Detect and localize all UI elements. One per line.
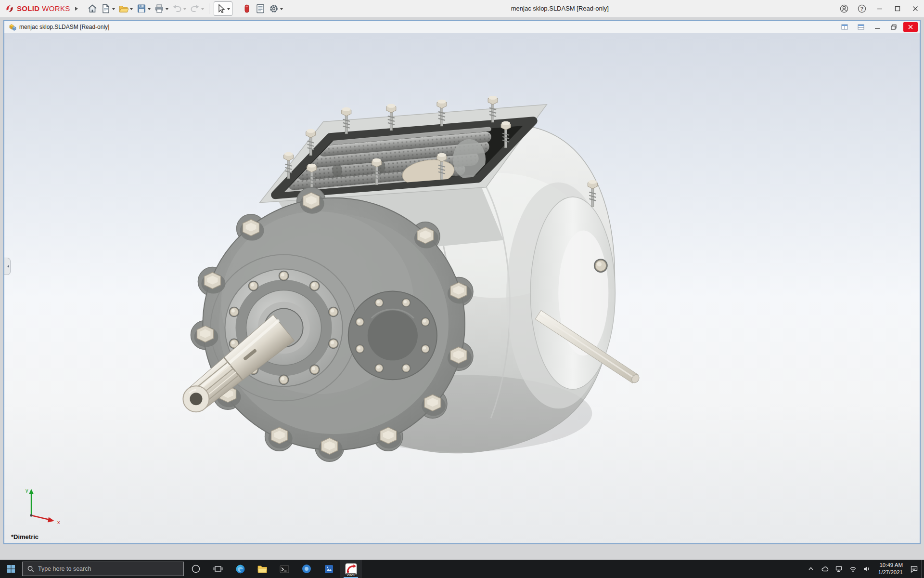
document-title: menjac sklop.SLDASM [Read-only] <box>19 24 834 30</box>
dassault-systemes-icon <box>5 4 14 13</box>
open-dropdown-caret[interactable] <box>130 8 133 12</box>
rebuild-status-button[interactable] <box>241 2 253 15</box>
app-title: menjac sklop.SLDASM [Read-only] <box>285 5 835 12</box>
photos-app-icon <box>324 565 334 574</box>
terminal-button[interactable] <box>273 560 295 578</box>
document-title-bar[interactable]: menjac sklop.SLDASM [Read-only] <box>4 21 920 33</box>
file-properties-icon <box>255 3 266 14</box>
featuremanager-collapsed-tab[interactable] <box>4 258 11 275</box>
account-icon <box>840 4 848 13</box>
select-dropdown-caret[interactable] <box>227 8 230 12</box>
volume-button[interactable] <box>860 560 874 578</box>
photos-app-button[interactable] <box>318 560 340 578</box>
options-dropdown-caret[interactable] <box>280 8 283 12</box>
app-title-bar: SOLIDWORKS <box>0 0 924 17</box>
wifi-icon <box>849 565 857 573</box>
solidworks-logo: SOLIDWORKS <box>5 4 70 13</box>
select-tool-button[interactable] <box>214 1 232 16</box>
document-window: menjac sklop.SLDASM [Read-only] <box>3 20 921 544</box>
graphics-viewport[interactable]: y x *Dimetric <box>4 33 920 543</box>
file-explorer-icon <box>257 565 268 573</box>
mdi-area: menjac sklop.SLDASM [Read-only] <box>0 17 924 560</box>
redo-dropdown-caret[interactable] <box>201 8 204 12</box>
options-gear-icon <box>269 3 279 14</box>
save-dropdown-caret[interactable] <box>148 8 151 12</box>
clock-date: 1/27/2021 <box>878 569 903 576</box>
file-explorer-button[interactable] <box>251 560 273 578</box>
terminal-icon <box>280 565 289 574</box>
search-input[interactable] <box>38 565 179 572</box>
new-document-button[interactable] <box>100 2 116 15</box>
hidden-icons-button[interactable] <box>804 560 818 578</box>
search-icon <box>27 565 34 573</box>
ethernet-icon <box>835 565 843 573</box>
tile-horizontal-button[interactable] <box>854 22 867 32</box>
new-document-icon <box>101 3 111 14</box>
taskbar-clock[interactable]: 10:49 AM 1/27/2021 <box>874 560 907 578</box>
brand-name-bold: SOLID <box>17 4 39 13</box>
open-button[interactable] <box>117 2 134 15</box>
home-icon <box>87 3 98 14</box>
help-icon: ? <box>858 4 866 13</box>
print-dropdown-caret[interactable] <box>166 8 168 12</box>
document-minimize-button[interactable] <box>871 22 884 32</box>
minimize-icon <box>877 6 883 12</box>
account-button[interactable] <box>835 0 853 17</box>
round-blue-app-icon <box>302 564 311 574</box>
cortana-button[interactable] <box>185 560 207 578</box>
document-restore-icon <box>890 24 897 30</box>
tile-vertical-button[interactable] <box>838 22 851 32</box>
action-center-button[interactable] <box>907 560 921 578</box>
edge-button[interactable] <box>229 560 251 578</box>
close-button[interactable] <box>906 0 924 17</box>
app-window-controls: ? <box>835 0 924 17</box>
file-properties-button[interactable] <box>254 2 267 15</box>
assembly-document-icon <box>8 23 16 31</box>
cortana-icon <box>191 564 201 574</box>
print-button[interactable] <box>153 2 170 15</box>
action-center-icon <box>910 565 918 573</box>
start-button[interactable] <box>0 560 22 578</box>
ethernet-button[interactable] <box>832 560 846 578</box>
undo-icon <box>172 3 182 14</box>
document-restore-button[interactable] <box>887 22 900 32</box>
undo-button[interactable] <box>171 2 188 15</box>
maximize-button[interactable] <box>888 0 906 17</box>
document-close-button[interactable] <box>903 22 918 32</box>
round-blue-app-button[interactable] <box>295 560 318 578</box>
wifi-button[interactable] <box>846 560 860 578</box>
task-view-button[interactable] <box>207 560 229 578</box>
onedrive-button[interactable] <box>818 560 832 578</box>
minimize-button[interactable] <box>871 0 888 17</box>
system-tray: 10:49 AM 1/27/2021 <box>804 560 924 578</box>
save-button[interactable] <box>135 2 152 15</box>
redo-icon <box>190 3 200 14</box>
maximize-icon <box>895 6 900 12</box>
tile-vertical-icon <box>841 24 848 30</box>
taskbar-search[interactable] <box>22 562 184 576</box>
redo-button[interactable] <box>189 2 205 15</box>
show-desktop-button[interactable] <box>921 560 924 578</box>
home-button[interactable] <box>86 2 99 15</box>
new-document-dropdown-caret[interactable] <box>112 8 115 12</box>
solidworks-taskbar-button[interactable]: 2021 <box>340 560 362 578</box>
bearing-cover-plate <box>348 291 437 380</box>
windows-taskbar: 2021 <box>0 560 924 578</box>
save-icon <box>136 3 147 14</box>
undo-dropdown-caret[interactable] <box>183 8 186 12</box>
options-button[interactable] <box>268 2 284 15</box>
tile-horizontal-icon <box>858 24 864 30</box>
select-arrow-icon <box>216 3 226 14</box>
clock-time: 10:49 AM <box>878 562 903 569</box>
help-button[interactable]: ? <box>853 0 871 17</box>
toolbar-separator <box>237 3 237 14</box>
orientation-triad: y x <box>17 486 65 527</box>
task-view-icon <box>213 565 223 573</box>
close-icon <box>912 6 918 12</box>
print-icon <box>154 3 165 14</box>
solidworks-version-badge: 2021 <box>346 573 356 577</box>
rebuild-status-icon <box>242 3 252 14</box>
brand-name-light: WORKS <box>42 4 70 13</box>
open-folder-icon <box>118 3 129 14</box>
toolbar-expander-icon[interactable] <box>75 7 80 11</box>
